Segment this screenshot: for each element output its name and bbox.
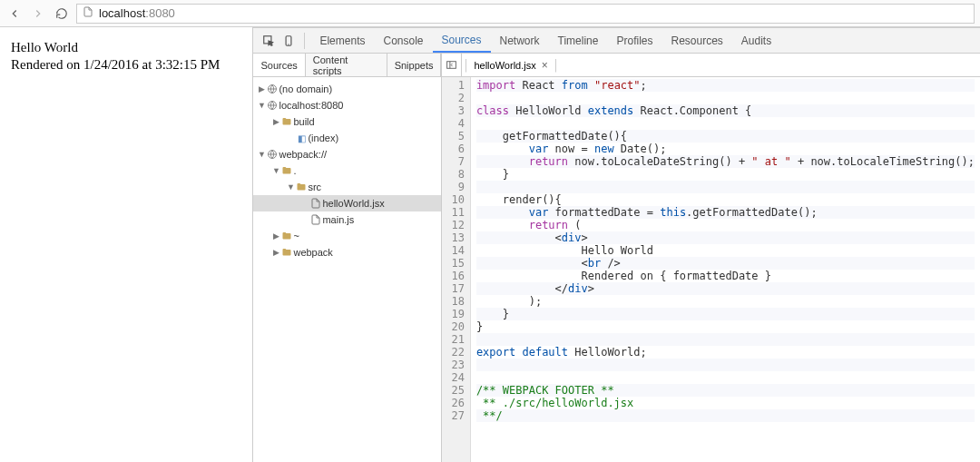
page-icon	[83, 5, 93, 21]
page-line-2: Rendered on 1/24/2016 at 3:32:15 PM	[11, 57, 241, 73]
page-line-1: Hello World	[11, 40, 241, 55]
tree-nodomain[interactable]: ▶ (no domain)	[253, 81, 441, 97]
tree-label: src	[308, 182, 321, 192]
devtools-tab-sources[interactable]: Sources	[433, 28, 491, 53]
devtools-toolbar: ElementsConsoleSourcesNetworkTimelinePro…	[253, 28, 980, 54]
sources-subtab-snippets[interactable]: Snippets	[387, 54, 442, 76]
tree-label: main.js	[322, 214, 354, 225]
devtools-tab-elements[interactable]: Elements	[310, 28, 374, 53]
tree-label: helloWorld.jsx	[322, 198, 384, 209]
address-host: localhost:8080	[99, 6, 175, 20]
sources-subtab-content-scripts[interactable]: Content scripts	[306, 54, 387, 76]
code-content[interactable]: import React from "react"; class HelloWo…	[471, 77, 980, 462]
device-mode-icon[interactable]	[279, 34, 299, 47]
tree-label: build	[293, 116, 314, 127]
tree-label: (index)	[308, 133, 338, 143]
close-icon[interactable]: ×	[542, 59, 548, 72]
sources-subtab-sources[interactable]: Sources	[253, 54, 305, 76]
back-button[interactable]	[5, 5, 24, 23]
forward-button[interactable]	[29, 5, 47, 23]
tree-label: webpack://	[279, 149, 327, 160]
devtools-subbar: SourcesContent scriptsSnippets helloWorl…	[253, 54, 980, 77]
browser-toolbar: localhost:8080	[0, 0, 980, 27]
tree-label: webpack	[293, 247, 332, 258]
tree-label: localhost:8080	[279, 100, 343, 111]
tree-index[interactable]: ◧ (index)	[253, 130, 441, 146]
devtools-tab-network[interactable]: Network	[491, 28, 549, 53]
file-tab-label: helloWorld.jsx	[474, 60, 535, 71]
tree-label: .	[293, 165, 296, 176]
devtools-tab-audits[interactable]: Audits	[732, 28, 780, 53]
source-editor[interactable]: 1234567891011121314151617181920212223242…	[442, 77, 980, 462]
file-tab-helloworld[interactable]: helloWorld.jsx ×	[466, 59, 555, 73]
devtools-tab-profiles[interactable]: Profiles	[607, 28, 662, 53]
line-gutter: 1234567891011121314151617181920212223242…	[442, 77, 470, 462]
reload-button[interactable]	[53, 5, 71, 23]
devtools-tab-resources[interactable]: Resources	[662, 28, 731, 53]
inspect-element-icon[interactable]	[259, 34, 279, 47]
tree-dot[interactable]: ▼ .	[253, 162, 441, 179]
tree-host[interactable]: ▼ localhost:8080	[253, 97, 441, 113]
tree-mainjs[interactable]: main.js	[253, 211, 441, 228]
tree-helloworld[interactable]: helloWorld.jsx	[253, 195, 441, 211]
tree-src[interactable]: ▼ src	[253, 179, 441, 195]
tree-tilde[interactable]: ▶ ~	[253, 228, 441, 244]
tree-webpack-scheme[interactable]: ▼ webpack://	[253, 146, 441, 162]
toggle-navigator-icon[interactable]	[442, 54, 462, 76]
devtools-tab-console[interactable]: Console	[374, 28, 432, 53]
tree-build[interactable]: ▶ build	[253, 113, 441, 130]
tree-wp-folder[interactable]: ▶ webpack	[253, 244, 441, 260]
tree-label: (no domain)	[279, 84, 332, 94]
devtools: ElementsConsoleSourcesNetworkTimelinePro…	[253, 27, 980, 462]
devtools-tab-timeline[interactable]: Timeline	[549, 28, 608, 53]
address-bar[interactable]: localhost:8080	[76, 4, 975, 24]
file-navigator: ▶ (no domain) ▼ localhost:8080 ▶ build ◧…	[253, 77, 442, 462]
rendered-page: Hello World Rendered on 1/24/2016 at 3:3…	[0, 27, 253, 462]
tree-label: ~	[293, 231, 299, 241]
